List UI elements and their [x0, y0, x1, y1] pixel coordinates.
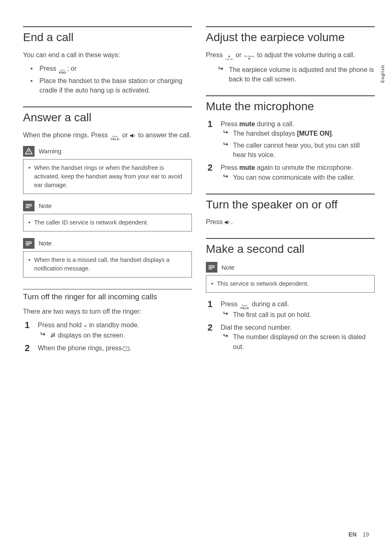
- note-title: Note: [39, 240, 52, 247]
- step: 2 When the phone rings, press.: [23, 343, 192, 353]
- text: mute: [239, 120, 255, 127]
- list-item: Place the handset to the base station or…: [27, 76, 192, 95]
- arrow-icon: [223, 174, 229, 179]
- end-call-list: Press exitEND; or Place the handset to t…: [27, 64, 192, 95]
- svg-rect-1: [28, 153, 29, 153]
- cancel-key-icon: [122, 347, 129, 351]
- svg-rect-6: [26, 243, 32, 244]
- right-column: Adjust the earpiece volume Press ▲call I…: [206, 26, 375, 364]
- divider: [206, 194, 375, 194]
- result: The first call is put on hold.: [221, 310, 375, 319]
- answer-intro: When the phone rings. Press flashTALK or…: [23, 130, 192, 141]
- down-key-icon: Ph.Book▼: [244, 55, 254, 61]
- text: You can now communicate with the caller.: [233, 174, 355, 181]
- text: Dial the second number.: [221, 324, 292, 331]
- volume-intro: Press ▲call ID or Ph.Book▼ to adjust the…: [206, 50, 375, 61]
- text: .: [129, 345, 131, 352]
- result: The number displayed on the screen is di…: [221, 332, 375, 351]
- note-box: When there is a missed call, the handset…: [23, 251, 192, 278]
- hash-key-icon: #♪: [84, 324, 86, 331]
- text: to adjust the volume during a call.: [255, 51, 355, 58]
- svg-point-9: [126, 348, 127, 349]
- footer-page: 19: [362, 531, 369, 538]
- note-box: This service is network dependent.: [206, 275, 375, 293]
- note-text: When there is a missed call, the handset…: [27, 256, 187, 273]
- arrow-icon: [223, 130, 229, 135]
- warning-callout: Warning When the handset rings or when t…: [23, 146, 192, 194]
- footer-lang: EN: [348, 531, 357, 538]
- text: The first call is put on hold.: [233, 311, 311, 318]
- svg-rect-3: [26, 206, 32, 206]
- text: When the phone rings. Press: [23, 132, 110, 139]
- section-speaker: Turn the speaker on or off Press .: [206, 194, 375, 227]
- text: during a call.: [255, 120, 294, 127]
- ringer-off-icon: [50, 333, 56, 338]
- end-call-intro: You can end a call in these ways:: [23, 50, 192, 60]
- arrow-icon: [40, 332, 46, 337]
- heading-answer-call: Answer a call: [23, 111, 192, 125]
- page-footer: EN19: [348, 531, 369, 538]
- heading-speaker: Turn the speaker on or off: [206, 198, 375, 212]
- text: displays on the screen.: [56, 332, 125, 339]
- note-text: The caller ID service is network depende…: [27, 218, 187, 227]
- text: Press and hold: [38, 321, 83, 328]
- list-item: Press exitEND; or: [27, 64, 192, 74]
- heading-mute: Mute the microphone: [206, 99, 375, 113]
- end-key-icon: exitEND: [59, 69, 66, 74]
- svg-rect-4: [26, 207, 30, 208]
- note-title: Note: [221, 264, 235, 271]
- divider: [23, 106, 192, 107]
- second-call-steps: 1 Press flashTALK during a call. The fir…: [206, 299, 375, 352]
- arrow-icon: [218, 66, 224, 71]
- result: The caller cannot hear you, but you can …: [221, 141, 375, 160]
- step: 1 Press mute during a call. The handset …: [206, 119, 375, 160]
- divider: [206, 95, 375, 96]
- note-icon: [23, 238, 35, 249]
- note-text: This service is network dependent.: [210, 280, 369, 288]
- section-second-call: Make a second call Note This service is …: [206, 238, 375, 351]
- result: displays on the screen.: [38, 331, 192, 340]
- result: You can now communicate with the caller.: [221, 173, 375, 182]
- text: to answer the call.: [136, 132, 191, 139]
- text: ; or: [67, 65, 76, 72]
- step: 1 Press and hold #♪ in standby mode. dis…: [23, 320, 192, 340]
- text: .: [231, 218, 233, 225]
- section-end-call: End a call You can end a call in these w…: [23, 26, 192, 95]
- text: The caller cannot hear you, but you can …: [233, 142, 360, 158]
- svg-rect-0: [28, 150, 29, 152]
- text: in standby mode.: [88, 321, 139, 328]
- warning-icon: [23, 146, 35, 157]
- section-mute: Mute the microphone 1 Press mute during …: [206, 95, 375, 182]
- section-answer-call: Answer a call When the phone rings. Pres…: [23, 106, 192, 278]
- note-box: The caller ID service is network depende…: [23, 214, 192, 231]
- section-ringer-off: Turn off the ringer for all incoming cal…: [23, 289, 192, 353]
- text: again to unmute the microphone.: [255, 164, 353, 171]
- talk-key-icon: flashTALK: [111, 135, 120, 141]
- ringer-intro: There are two ways to turn off the ringe…: [23, 307, 192, 316]
- speaker-icon: [130, 133, 136, 138]
- left-column: End a call You can end a call in these w…: [23, 26, 192, 364]
- step: 2 Dial the second number. The number dis…: [206, 323, 375, 352]
- text: Press: [221, 164, 239, 171]
- svg-rect-7: [26, 245, 30, 245]
- text: The handset displays: [233, 130, 297, 137]
- mute-steps: 1 Press mute during a call. The handset …: [206, 119, 375, 182]
- arrow-icon: [223, 333, 229, 338]
- note-callout: Note This service is network dependent.: [206, 262, 375, 293]
- speaker-intro: Press .: [206, 217, 375, 227]
- warning-title: Warning: [39, 148, 61, 155]
- language-tab: English: [380, 65, 385, 83]
- svg-rect-12: [209, 268, 212, 269]
- text: Press: [221, 301, 239, 308]
- svg-rect-11: [209, 267, 215, 268]
- text: The number displayed on the screen is di…: [233, 333, 366, 350]
- note-icon: [206, 262, 217, 273]
- text: When the phone rings, press: [38, 345, 122, 352]
- note-callout: Note When there is a missed call, the ha…: [23, 238, 192, 278]
- warning-box: When the handset rings or when the hands…: [23, 159, 192, 194]
- text: or: [234, 51, 243, 58]
- warning-text: When the handset rings or when the hands…: [27, 164, 187, 190]
- heading-second-call: Make a second call: [206, 242, 375, 256]
- text: [MUTE ON]: [297, 130, 332, 137]
- divider: [206, 238, 375, 239]
